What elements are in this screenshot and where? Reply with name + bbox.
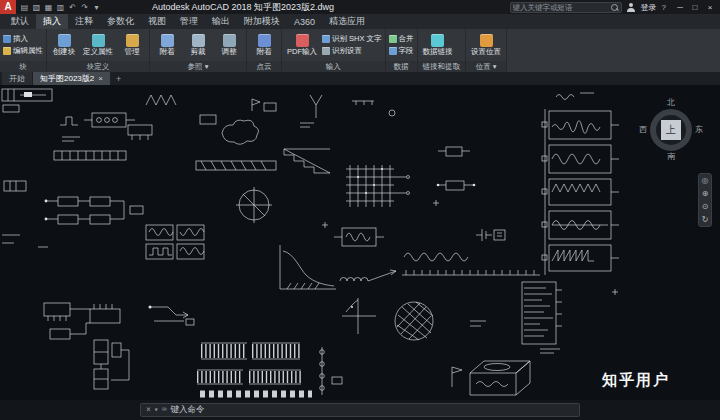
title-bar: A ▤▧▦▥↶↷▾ Autodesk AutoCAD 2018 知乎图2023版…: [0, 0, 720, 14]
combine-button[interactable]: 合并: [389, 34, 414, 44]
manage-attributes-button[interactable]: 管理: [118, 34, 146, 56]
ribbon-tab-3[interactable]: 注释: [68, 14, 100, 29]
model-space[interactable]: 上 北 南 西 东 ◎⊕⊙↻ 知乎用户: [0, 85, 720, 400]
user-icon[interactable]: [627, 3, 636, 12]
viewcube-north-label[interactable]: 北: [667, 99, 675, 107]
save-icon[interactable]: ▦: [43, 1, 54, 13]
attach-reference-icon: [161, 34, 174, 47]
keyboard-icon[interactable]: ⌨: [162, 406, 167, 414]
command-line-icons: ×▾⌨: [146, 406, 166, 414]
drawing-canvas[interactable]: [0, 85, 720, 400]
ribbon-panel-label-7[interactable]: 链接和提取: [418, 61, 466, 72]
window-controls: ─□×: [673, 1, 717, 14]
figure-hatched-sphere: [395, 302, 433, 340]
set-location-icon: [480, 34, 493, 47]
attach-reference-button[interactable]: 附着: [153, 34, 181, 56]
define-attributes-button[interactable]: 定义属性: [81, 34, 115, 56]
close-button[interactable]: ×: [703, 1, 717, 14]
ribbon-tab-bar: 默认插入注释参数化视图管理输出附加模块A360精选应用: [0, 14, 720, 29]
recognize-shx-icon: [322, 35, 330, 43]
viewcube-top-face[interactable]: 上: [661, 120, 681, 140]
data-link-button[interactable]: 数据链接: [421, 34, 455, 56]
clip-icon: [192, 34, 205, 47]
figure-waveform-grid: [146, 225, 204, 259]
recognition-settings-button[interactable]: 识别设置: [322, 46, 382, 56]
clip-button[interactable]: 剪裁: [184, 34, 212, 56]
workspace-dropdown-icon[interactable]: ▾: [91, 1, 102, 13]
edit-attribute-button[interactable]: 编辑属性: [3, 46, 43, 56]
file-tab-1[interactable]: 开始: [2, 72, 32, 85]
ribbon-tab-2[interactable]: 插入: [36, 14, 68, 29]
ribbon-panel-label-5[interactable]: 输入: [282, 61, 385, 72]
search-icon[interactable]: [610, 3, 619, 12]
open-file-icon[interactable]: ▧: [31, 1, 42, 13]
print-icon[interactable]: ▥: [55, 1, 66, 13]
ribbon-panel-5: PDF输入识别 SHX 文字识别设置输入: [282, 29, 386, 72]
recognition-settings-icon: [322, 47, 330, 55]
ribbon-panel-label-1[interactable]: 块: [0, 61, 46, 72]
figure-filter-block: [334, 228, 384, 246]
help-search-box[interactable]: [510, 2, 622, 13]
figure-axis-sketch: [342, 298, 376, 334]
quick-access-toolbar: ▤▧▦▥↶↷▾: [19, 1, 102, 13]
figure-staircase: [284, 149, 330, 173]
figure-3d-box: [452, 361, 530, 395]
minimize-button[interactable]: ─: [673, 1, 687, 14]
ribbon-panel-7: 数据链接链接和提取: [418, 29, 467, 72]
figure-annotations: [2, 181, 618, 384]
ribbon-tab-9[interactable]: A360: [287, 14, 322, 29]
new-file-icon[interactable]: ▤: [19, 1, 30, 13]
create-block-button[interactable]: 创建块: [50, 34, 78, 56]
adjust-button[interactable]: 调整: [215, 34, 243, 56]
file-tab-2[interactable]: 知乎图2023版2×: [33, 72, 110, 85]
redo-icon[interactable]: ↷: [79, 1, 90, 13]
pdf-import-button[interactable]: PDF输入: [285, 34, 319, 56]
ribbon-tab-5[interactable]: 视图: [141, 14, 173, 29]
ribbon-tab-7[interactable]: 输出: [205, 14, 237, 29]
ribbon-tab-8[interactable]: 附加模块: [237, 14, 287, 29]
field-button[interactable]: 字段: [389, 46, 414, 56]
orbit-icon[interactable]: ↻: [702, 216, 709, 224]
ribbon-tab-6[interactable]: 管理: [173, 14, 205, 29]
new-tab-button[interactable]: +: [111, 72, 126, 85]
close-command-icon[interactable]: ×: [146, 406, 151, 414]
ribbon-tab-1[interactable]: 默认: [4, 14, 36, 29]
autocad-window: A ▤▧▦▥↶↷▾ Autodesk AutoCAD 2018 知乎图2023版…: [0, 0, 720, 420]
figure-ledger-block: [522, 282, 562, 353]
recognize-shx-button[interactable]: 识别 SHX 文字: [322, 34, 382, 44]
ribbon-panel-label-8[interactable]: 位置 ▾: [466, 61, 506, 72]
pointcloud-attach-button[interactable]: 附着: [250, 34, 278, 56]
ribbon-panel-label-3[interactable]: 参照 ▾: [150, 61, 246, 72]
command-prompt[interactable]: 键入命令: [170, 404, 204, 416]
ribbon-panel-label-6[interactable]: 数据: [386, 61, 417, 72]
zoom-icon[interactable]: ⊙: [702, 203, 709, 211]
ribbon-panel-8: 设置位置位置 ▾: [466, 29, 507, 72]
close-tab-icon[interactable]: ×: [98, 74, 103, 83]
pan-hand-icon[interactable]: ⊕: [702, 190, 709, 198]
help-icon[interactable]: ?: [662, 3, 666, 12]
figure-title-strip: [2, 89, 52, 112]
titlebar-right-cluster: 登录 ? ─□×: [510, 1, 720, 14]
ribbon-panel-label-2[interactable]: 块定义: [47, 61, 149, 72]
autocad-logo[interactable]: A: [0, 0, 16, 14]
navigation-wheel-icon[interactable]: ◎: [702, 177, 709, 185]
figure-left-ladder-network: [45, 151, 143, 224]
undo-icon[interactable]: ↶: [67, 1, 78, 13]
ribbon-panel-label-4[interactable]: 点云: [247, 61, 281, 72]
search-input[interactable]: [513, 3, 610, 12]
command-line[interactable]: ×▾⌨ 键入命令: [140, 403, 580, 417]
customize-command-icon[interactable]: ▾: [154, 406, 159, 414]
viewcube-east-label[interactable]: 东: [695, 126, 703, 134]
set-location-button[interactable]: 设置位置: [469, 34, 503, 56]
figure-flow-arrows: [149, 306, 195, 326]
insert-block-button[interactable]: 插入: [3, 34, 43, 44]
figure-bottom-combs: [197, 343, 324, 395]
ribbon-tab-10[interactable]: 精选应用: [322, 14, 372, 29]
view-cube[interactable]: 上 北 南 西 东: [642, 101, 700, 159]
maximize-button[interactable]: □: [688, 1, 702, 14]
sign-in-button[interactable]: 登录: [641, 2, 657, 13]
field-icon: [389, 47, 397, 55]
viewcube-south-label[interactable]: 南: [667, 153, 675, 161]
viewcube-west-label[interactable]: 西: [639, 126, 647, 134]
ribbon-tab-4[interactable]: 参数化: [100, 14, 141, 29]
